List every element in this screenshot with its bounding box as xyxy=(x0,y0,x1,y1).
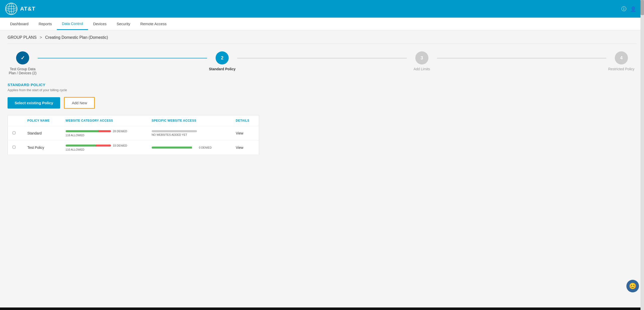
specific-bar-container-test: 0 DENIED xyxy=(152,146,227,149)
bar-green-specific xyxy=(152,147,192,149)
policy-name-test: Test Policy xyxy=(23,141,61,155)
allowed-label-standard: 118 ALLOWED xyxy=(66,134,143,137)
category-bar-track-test xyxy=(66,145,111,147)
step-1-label: Test Group Data Plan / Devices (2) xyxy=(8,67,38,75)
breadcrumb-current: Creating Domestic Plan (Domestic) xyxy=(45,35,108,40)
col-website-category: WEBSITE CATEGORY ACCESS xyxy=(61,115,147,126)
policy-table: POLICY NAME WEBSITE CATEGORY ACCESS SPEC… xyxy=(8,115,259,155)
nav-remote-access[interactable]: Remote Access xyxy=(135,18,172,29)
header: AT&T ⓘ 👤 xyxy=(0,0,644,18)
table-row: Standard 28 DENIED 118 ALLOWED xyxy=(8,126,259,141)
policy-name-standard: Standard xyxy=(23,126,61,141)
main-content: GROUP PLANS > Creating Domestic Plan (Do… xyxy=(0,30,644,307)
category-bar-row: 28 DENIED xyxy=(66,130,143,133)
specific-label-test: 0 DENIED xyxy=(199,146,212,149)
action-buttons: Select existing Policy Add New xyxy=(8,97,636,109)
category-bar-row-test: 33 DENIED xyxy=(66,144,143,147)
radio-test-policy[interactable] xyxy=(12,146,16,149)
add-new-button[interactable]: Add New xyxy=(64,97,95,109)
bar-green xyxy=(66,130,98,132)
nav-security[interactable]: Security xyxy=(112,18,135,29)
specific-track-test xyxy=(152,147,197,149)
category-bar-container: 28 DENIED 118 ALLOWED xyxy=(66,130,143,137)
col-specific-website: SPECIFIC WEBSITE ACCESS xyxy=(147,115,231,126)
view-link-test[interactable]: View xyxy=(236,146,243,150)
step-3-label: Add Limits xyxy=(414,67,430,71)
connector-1-2 xyxy=(38,58,207,58)
chat-bubble-button[interactable]: 😊 xyxy=(626,280,639,292)
specific-bar-row xyxy=(152,130,227,132)
step-3-circle: 3 xyxy=(415,51,428,64)
scrollbar-track xyxy=(640,0,644,310)
denied-label-test: 33 DENIED xyxy=(113,144,127,147)
help-button[interactable]: ⓘ xyxy=(621,6,626,12)
category-access-test: 33 DENIED 110 ALLOWED xyxy=(61,141,147,155)
specific-access-standard: NO WEBSITES ADDED YET xyxy=(147,126,231,141)
col-details: DETAILS xyxy=(231,115,259,126)
details-test: View xyxy=(231,141,259,155)
connector-3-4 xyxy=(437,58,606,58)
step-4-label: Restricted Policy xyxy=(608,67,634,71)
table-header-row: POLICY NAME WEBSITE CATEGORY ACCESS SPEC… xyxy=(8,115,259,126)
nav-data-control[interactable]: Data Control xyxy=(57,18,88,30)
nav-reports[interactable]: Reports xyxy=(33,18,57,29)
stepper: ✓ Test Group Data Plan / Devices (2) 2 S… xyxy=(8,51,636,75)
user-icon: 👤 xyxy=(630,6,636,12)
col-policy-name: POLICY NAME xyxy=(23,115,61,126)
table-row: Test Policy 33 DENIED 110 ALLOWED xyxy=(8,141,259,155)
radio-standard[interactable] xyxy=(12,131,16,134)
breadcrumb-separator: > xyxy=(40,35,42,40)
step-3: 3 Add Limits xyxy=(407,51,437,71)
allowed-label-test: 110 ALLOWED xyxy=(66,148,143,151)
nav-devices[interactable]: Devices xyxy=(88,18,111,29)
col-radio xyxy=(8,115,23,126)
logo-area: AT&T xyxy=(5,3,35,15)
category-bar-container-test: 33 DENIED 110 ALLOWED xyxy=(66,144,143,151)
radio-cell-test xyxy=(8,141,23,155)
breadcrumb-parent: GROUP PLANS xyxy=(8,35,36,40)
step-4: 4 Restricted Policy xyxy=(606,51,636,71)
details-standard: View xyxy=(231,126,259,141)
bar-red xyxy=(98,130,111,132)
section-title: STANDARD POLICY xyxy=(8,83,636,87)
bar-green-test xyxy=(66,145,96,147)
specific-label-standard: NO WEBSITES ADDED YET xyxy=(152,133,227,136)
step-1-circle: ✓ xyxy=(16,51,29,64)
help-icon: ⓘ xyxy=(621,6,626,12)
bar-red-test xyxy=(96,145,111,147)
specific-bar-container-standard: NO WEBSITES ADDED YET xyxy=(152,130,227,136)
step-4-circle: 4 xyxy=(615,51,628,64)
bar-gray xyxy=(152,130,197,132)
navigation: Dashboard Reports Data Control Devices S… xyxy=(0,18,644,30)
footer: AT&T xyxy=(0,307,644,310)
header-actions: ⓘ 👤 xyxy=(621,6,636,12)
att-globe-icon xyxy=(5,3,18,15)
nav-dashboard[interactable]: Dashboard xyxy=(5,18,33,29)
step-1: ✓ Test Group Data Plan / Devices (2) xyxy=(8,51,38,75)
specific-access-test: 0 DENIED xyxy=(147,141,231,155)
category-bar-track xyxy=(66,130,111,132)
category-access-standard: 28 DENIED 118 ALLOWED xyxy=(61,126,147,141)
specific-track xyxy=(152,130,197,132)
breadcrumb: GROUP PLANS > Creating Domestic Plan (Do… xyxy=(8,35,636,40)
connector-2-3 xyxy=(237,58,407,58)
select-existing-policy-button[interactable]: Select existing Policy xyxy=(8,97,60,109)
scrollbar-thumb[interactable] xyxy=(640,0,644,15)
section-subtitle: Applies from the start of your billing c… xyxy=(8,88,636,92)
specific-bar-row-test: 0 DENIED xyxy=(152,146,227,149)
brand-name: AT&T xyxy=(20,6,35,12)
step-2: 2 Standard Policy xyxy=(207,51,237,71)
denied-label-standard: 28 DENIED xyxy=(113,130,127,133)
step-2-label: Standard Policy xyxy=(209,67,235,71)
step-2-circle: 2 xyxy=(216,51,229,64)
user-button[interactable]: 👤 xyxy=(630,6,636,12)
chat-icon: 😊 xyxy=(629,283,636,290)
view-link-standard[interactable]: View xyxy=(236,131,243,135)
radio-cell-standard xyxy=(8,126,23,141)
